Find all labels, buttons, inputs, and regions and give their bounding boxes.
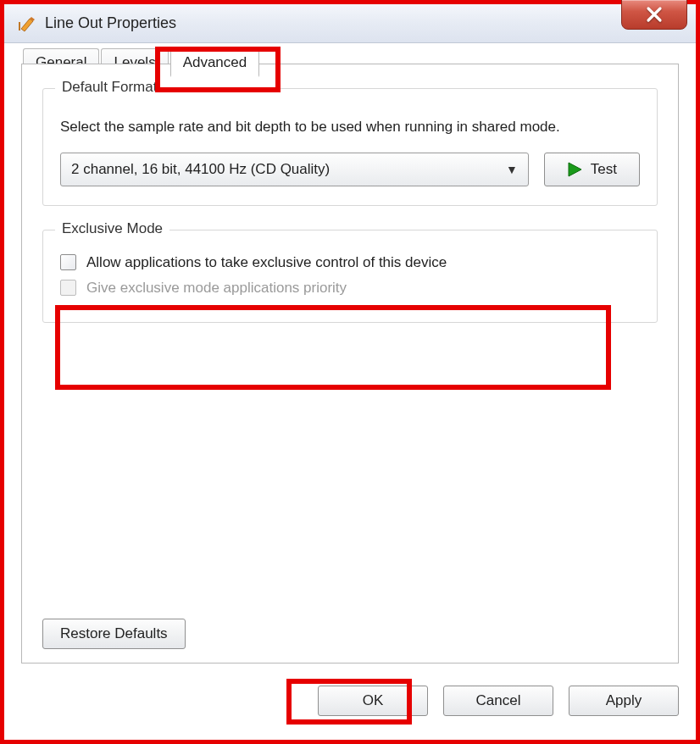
tab-advanced[interactable]: Advanced	[170, 48, 260, 77]
checkbox-exclusive-priority: Give exclusive mode applications priorit…	[60, 280, 640, 297]
apply-button-label: Apply	[606, 692, 642, 709]
window-title: Line Out Properties	[45, 14, 176, 32]
play-icon	[567, 162, 582, 177]
tab-panel-advanced: Default Format Select the sample rate an…	[21, 64, 679, 663]
titlebar: Line Out Properties	[4, 4, 696, 43]
sample-rate-select[interactable]: 2 channel, 16 bit, 44100 Hz (CD Quality)…	[60, 153, 529, 186]
fieldset-default-format: Default Format Select the sample rate an…	[42, 88, 658, 206]
chevron-down-icon: ▼	[506, 163, 518, 176]
ok-button-label: OK	[363, 692, 384, 709]
ok-button[interactable]: OK	[318, 686, 428, 716]
checkbox-allow-exclusive-label: Allow applications to take exclusive con…	[86, 254, 447, 271]
test-button-label: Test	[591, 161, 617, 178]
checkbox-icon	[60, 254, 76, 270]
window-icon	[16, 14, 36, 34]
checkbox-icon	[60, 280, 76, 296]
sample-rate-value: 2 channel, 16 bit, 44100 Hz (CD Quality)	[71, 161, 330, 178]
svg-marker-3	[569, 163, 581, 176]
window-frame: Line Out Properties General Levels Advan…	[0, 0, 700, 744]
apply-button[interactable]: Apply	[569, 686, 679, 716]
dialog-button-bar: OK Cancel Apply	[21, 686, 679, 716]
restore-defaults-button[interactable]: Restore Defaults	[42, 619, 186, 649]
svg-rect-0	[19, 22, 20, 31]
cancel-button[interactable]: Cancel	[443, 686, 553, 716]
cancel-button-label: Cancel	[476, 692, 521, 709]
close-button[interactable]	[621, 0, 687, 30]
checkbox-exclusive-priority-label: Give exclusive mode applications priorit…	[86, 280, 347, 297]
svg-marker-1	[21, 19, 33, 31]
checkbox-allow-exclusive[interactable]: Allow applications to take exclusive con…	[60, 254, 640, 271]
restore-defaults-label: Restore Defaults	[60, 625, 168, 642]
legend-exclusive-mode: Exclusive Mode	[55, 220, 169, 237]
test-button[interactable]: Test	[544, 153, 640, 186]
legend-default-format: Default Format	[55, 79, 164, 96]
close-icon	[645, 5, 664, 24]
fieldset-exclusive-mode: Exclusive Mode Allow applications to tak…	[42, 230, 658, 323]
default-format-description: Select the sample rate and bit depth to …	[60, 118, 640, 137]
